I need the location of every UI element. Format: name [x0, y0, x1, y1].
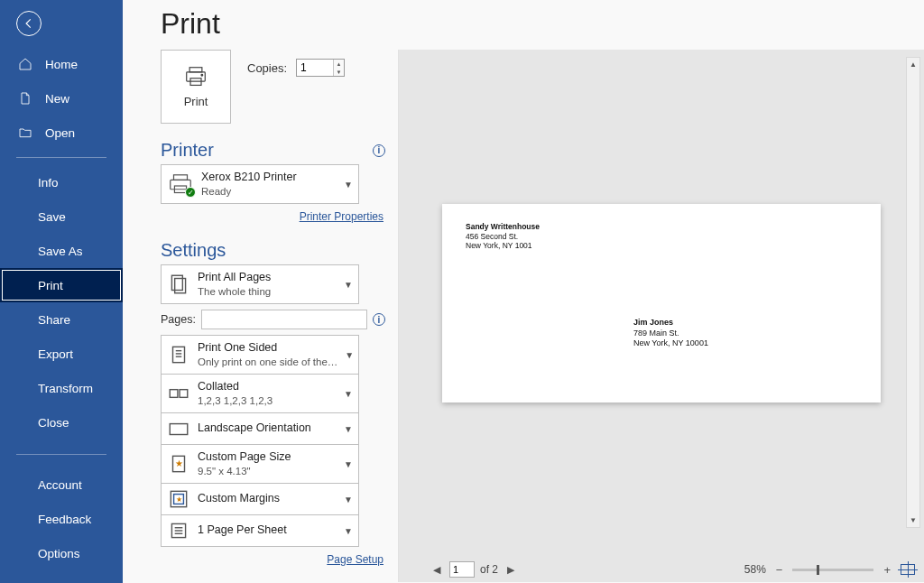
sidebar-label: New	[45, 92, 69, 106]
svg-text:★: ★	[176, 495, 182, 504]
sidebar-label: Feedback	[38, 513, 91, 526]
sidebar-item-saveas[interactable]: Save As	[0, 234, 123, 268]
chevron-down-icon: ▼	[344, 526, 353, 536]
setting-sub: 9.5" x 4.13"	[198, 465, 337, 477]
scroll-down-icon[interactable]: ▼	[907, 514, 919, 527]
recipient-address: Jim Jones 789 Main St. New York, NY 1000…	[633, 318, 708, 349]
preview-area: Sandy Writtenhouse 456 Second St. New Yo…	[399, 50, 924, 557]
printer-device-icon: ✓	[167, 172, 194, 196]
sidebar-item-account[interactable]: Account	[0, 467, 123, 502]
copies-spinner[interactable]: ▲▼	[296, 59, 345, 77]
sidebar-item-export[interactable]: Export	[0, 337, 123, 371]
chevron-down-icon: ▼	[344, 280, 353, 290]
zoom-in-button[interactable]: +	[881, 563, 893, 577]
copies-input[interactable]	[297, 60, 333, 76]
printer-status: Ready	[201, 185, 337, 198]
setting-title: Collated	[198, 380, 337, 394]
sidebar-label: Open	[45, 126, 75, 140]
printer-info-icon[interactable]: i	[373, 144, 385, 157]
sidebar-item-feedback[interactable]: Feedback	[0, 502, 123, 536]
chevron-down-icon: ▼	[344, 389, 353, 399]
zoom-percent-label: 58%	[744, 563, 766, 576]
sidebar-label: Save As	[38, 245, 83, 258]
setting-title: Print All Pages	[198, 271, 337, 285]
sidebar-separator	[16, 454, 106, 455]
sidebar-item-info[interactable]: Info	[0, 165, 123, 199]
setting-margins[interactable]: ★ Custom Margins ▼	[161, 483, 359, 515]
sidebar-item-save[interactable]: Save	[0, 199, 123, 234]
envelope-preview: Sandy Writtenhouse 456 Second St. New Yo…	[442, 204, 881, 403]
svg-rect-1	[187, 71, 206, 80]
setting-sides[interactable]: Print One Sided Only print on one side o…	[161, 335, 359, 375]
pages-info-icon[interactable]: i	[373, 313, 385, 326]
setting-title: Landscape Orientation	[198, 421, 337, 436]
chevron-down-icon: ▼	[345, 350, 354, 360]
sidebar-label: Share	[38, 313, 70, 327]
sidebar-label: Export	[38, 347, 73, 361]
print-preview-column: Sandy Writtenhouse 456 Second St. New Yo…	[399, 50, 924, 582]
pages-range-row: Pages: i	[161, 310, 385, 329]
backstage-main: Print Print Copies: ▲▼	[123, 0, 924, 583]
zoom-slider-thumb[interactable]	[817, 565, 819, 575]
setting-what-to-print[interactable]: Print All Pages The whole thing ▼	[161, 264, 359, 304]
sidebar-separator	[16, 157, 106, 158]
current-page-input[interactable]	[449, 561, 475, 578]
return-line: New York, NY 1001	[466, 241, 540, 251]
printer-select[interactable]: ✓ Xerox B210 Printer Ready ▼	[161, 164, 359, 204]
pages-icon	[167, 273, 190, 296]
printer-properties-link[interactable]: Printer Properties	[300, 210, 383, 223]
copies-label: Copies:	[247, 61, 287, 75]
margins-icon: ★	[167, 487, 190, 511]
setting-pages-per-sheet[interactable]: 1 Page Per Sheet ▼	[161, 514, 359, 547]
setting-orientation[interactable]: Landscape Orientation ▼	[161, 412, 359, 445]
backstage-sidebar: Home New Open Info Save Save As Print Sh…	[0, 0, 123, 583]
svg-rect-15	[170, 424, 188, 435]
setting-collate[interactable]: Collated 1,2,3 1,2,3 1,2,3 ▼	[161, 374, 359, 413]
page-setup-link[interactable]: Page Setup	[327, 553, 383, 566]
sidebar-item-new[interactable]: New	[0, 81, 123, 116]
return-line: Sandy Writtenhouse	[466, 222, 540, 232]
return-line: 456 Second St.	[466, 232, 540, 242]
printer-name: Xerox B210 Printer	[201, 171, 337, 185]
svg-rect-14	[180, 390, 188, 398]
sidebar-item-transform[interactable]: Transform	[0, 371, 123, 405]
zoom-out-button[interactable]: −	[773, 563, 786, 577]
chevron-down-icon: ▼	[344, 495, 353, 504]
print-settings-column: Print Copies: ▲▼ Printer i ✓	[123, 50, 399, 582]
print-button-label: Print	[184, 95, 208, 108]
next-page-button[interactable]: ▶	[504, 564, 518, 576]
sidebar-item-home[interactable]: Home	[0, 47, 123, 81]
sidebar-item-open[interactable]: Open	[0, 116, 123, 150]
setting-page-size[interactable]: ★ Custom Page Size 9.5" x 4.13" ▼	[161, 444, 359, 484]
sidebar-label: Transform	[38, 382, 93, 395]
sidebar-item-close[interactable]: Close	[0, 405, 123, 440]
print-button[interactable]: Print	[161, 50, 231, 124]
setting-title: Custom Page Size	[198, 450, 337, 465]
svg-rect-4	[174, 175, 188, 180]
zoom-slider[interactable]	[792, 569, 873, 571]
prev-page-button[interactable]: ◀	[430, 564, 444, 576]
back-button[interactable]	[16, 11, 42, 36]
preview-vertical-scrollbar[interactable]: ▲ ▼	[906, 57, 920, 528]
sidebar-label: Options	[38, 547, 80, 560]
pages-label: Pages:	[161, 313, 196, 326]
content-row: Print Copies: ▲▼ Printer i ✓	[123, 50, 924, 582]
zoom-to-page-button[interactable]	[901, 564, 915, 575]
home-icon	[18, 57, 32, 71]
to-line: 789 Main St.	[633, 329, 708, 339]
svg-text:★: ★	[175, 458, 183, 468]
pages-range-input[interactable]	[201, 310, 367, 329]
sheet-icon	[167, 519, 190, 542]
sidebar-item-print[interactable]: Print	[0, 268, 123, 302]
page-title: Print	[161, 7, 924, 41]
scroll-up-icon[interactable]: ▲	[907, 58, 919, 71]
sidebar-item-share[interactable]: Share	[0, 302, 123, 337]
sidebar-label: Save	[38, 210, 66, 224]
sidebar-label: Print	[38, 279, 63, 292]
sidebar-item-options[interactable]: Options	[0, 536, 123, 570]
copies-step-arrows[interactable]: ▲▼	[333, 60, 344, 76]
page-size-icon: ★	[167, 452, 190, 476]
chevron-down-icon: ▼	[344, 459, 353, 469]
sidebar-label: Close	[38, 416, 69, 430]
setting-title: 1 Page Per Sheet	[198, 523, 337, 538]
